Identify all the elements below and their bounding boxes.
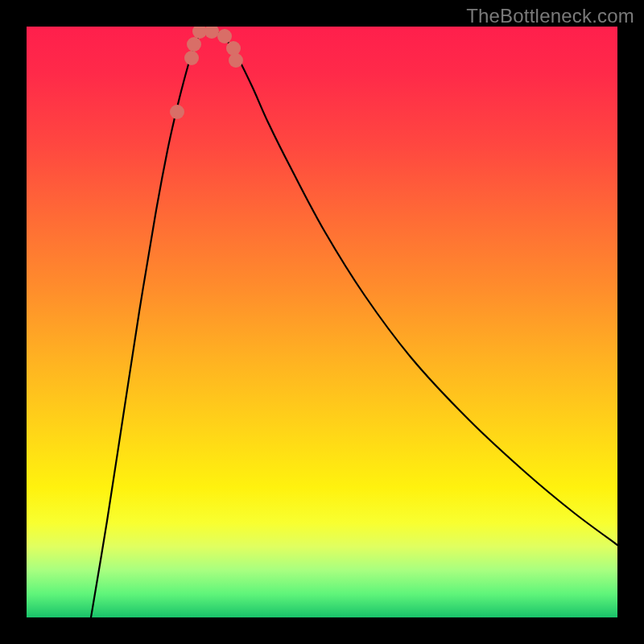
plot-area (27, 27, 617, 617)
highlight-dot (184, 51, 199, 65)
highlight-dot (229, 53, 243, 68)
highlight-dot (187, 37, 201, 52)
highlight-dot (204, 27, 219, 39)
highlight-dot (170, 105, 184, 119)
watermark-text: TheBottleneck.com (466, 5, 634, 27)
bottleneck-curve (91, 31, 617, 617)
highlight-dot (226, 41, 241, 56)
highlight-dots (170, 27, 243, 119)
curve-layer (27, 27, 617, 617)
chart-frame: TheBottleneck.com (0, 0, 644, 644)
highlight-dot (217, 29, 232, 43)
